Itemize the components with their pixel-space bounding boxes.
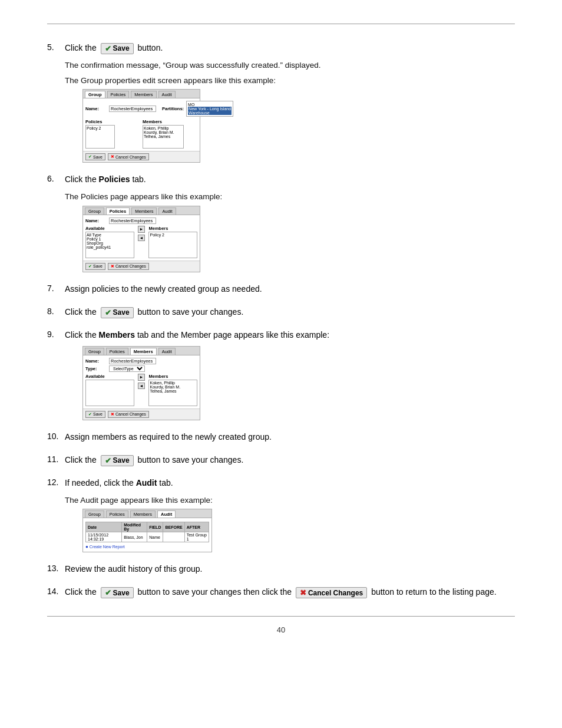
step-number-7: 7. [47, 283, 65, 293]
arrow-left-btn-m[interactable]: ◄ [138, 383, 146, 390]
mini-tab-group[interactable]: Group [85, 91, 105, 98]
mini-tab-members-p[interactable]: Members [131, 207, 157, 215]
members-col: Members Koken, Phillip Kourdy, Brian M. … [143, 119, 197, 149]
members-bold: Members [99, 330, 135, 340]
step-13-text: Review the audit history of this group. [65, 564, 202, 574]
mini-tab-audit[interactable]: Audit [158, 91, 176, 98]
audit-before [163, 532, 184, 542]
mini-tab-group-a[interactable]: Group [85, 510, 104, 518]
members-col-header-p: Members [148, 226, 197, 231]
member-3: Telhea, James [144, 134, 183, 139]
audit-after: Test Group 1 [184, 532, 209, 542]
partition-item-2: New York - Long Island Warehouse [188, 107, 232, 115]
mini-tab-policies-a[interactable]: Policies [106, 510, 128, 518]
mini-body-members: Name: RochesterEmployees Type: SelectTyp… [83, 355, 200, 409]
name-label-m: Name: [85, 358, 109, 364]
audit-bold: Audit [136, 478, 157, 487]
mini-tab-audit-m[interactable]: Audit [158, 348, 176, 355]
audit-row-1: 11/15/2012 14:32:19 Blass, Jon Name Test… [86, 532, 209, 542]
type-row: Type: SelectType [85, 365, 197, 372]
step-number-13: 13. [47, 563, 65, 573]
step-5-sub2: The Group properties edit screen appears… [65, 74, 515, 87]
cancel-button-step14[interactable]: ✖ Cancel Changes [296, 587, 367, 598]
step-6-sub1: The Policies page appears like this exam… [65, 190, 515, 203]
audit-table: Date Modified By FIELD BEFORE AFTER 11/1… [85, 522, 209, 542]
page-number: 40 [47, 625, 515, 634]
mini-save-btn-1[interactable]: ✔Save [85, 153, 105, 160]
step-9-text: Click the Members tab and the Member pag… [65, 330, 329, 340]
mini-tab-members-m[interactable]: Members [130, 348, 157, 355]
avail-item-1: All Type [87, 233, 133, 237]
step-number-11: 11. [47, 454, 65, 464]
check-icon-8: ✔ [105, 308, 111, 317]
mini-tab-members[interactable]: Members [131, 91, 156, 98]
policy-item: Policy 2 [87, 126, 114, 130]
members-col-m: Members Koken, Phillip Kourdy, Brian M. … [148, 374, 197, 406]
mini-cancel-btn-3[interactable]: ✖Cancel Changes [108, 411, 149, 418]
mini-cancel-btn-1[interactable]: ✖Cancel Changes [108, 153, 149, 160]
avail-item-2: Policy 1 [87, 237, 133, 241]
mini-body-group: Name: RochesterEmployees Partitions: MO … [83, 98, 200, 151]
mini-tab-policies[interactable]: Policies [107, 91, 130, 98]
arrow-right-btn[interactable]: ► [138, 226, 146, 233]
mini-tab-policies-p[interactable]: Policies [106, 207, 130, 215]
check-icon-11: ✔ [105, 456, 111, 465]
step-11-text: Click the ✔ Save button to save your cha… [65, 455, 243, 465]
avail-item-3: ShopOrg [87, 241, 133, 245]
members-list: Koken, Phillip Kourdy, Brian M. Telhea, … [143, 125, 184, 149]
member-m-3: Telhea, James [150, 389, 196, 393]
step-number-9: 9. [47, 329, 65, 339]
mini-tab-group-m[interactable]: Group [85, 348, 104, 355]
policies-col: Policies Policy 2 [85, 119, 140, 149]
mini-footer-3: ✔Save ✖Cancel Changes [83, 409, 200, 420]
step-number-8: 8. [47, 306, 65, 316]
check-icon: ✔ [105, 44, 111, 53]
mini-tabs-members: Group Policies Members Audit [83, 347, 200, 355]
step-8: 8. Click the ✔ Save button to save your … [47, 306, 515, 318]
mini-footer-1: ✔Save ✖Cancel Changes [83, 151, 200, 162]
save-button-step14[interactable]: ✔ Save [101, 587, 134, 598]
mini-tab-audit-p[interactable]: Audit [158, 207, 176, 215]
step-11: 11. Click the ✔ Save button to save your… [47, 454, 515, 466]
mini-tab-group-p[interactable]: Group [85, 207, 104, 215]
step-10-text: Assign members as required to the newly … [65, 432, 272, 442]
mini-body-audit: Date Modified By FIELD BEFORE AFTER 11/1… [83, 518, 211, 552]
mini-tab-audit-a[interactable]: Audit [157, 510, 176, 518]
audit-field: Name [147, 532, 163, 542]
save-button-step11[interactable]: ✔ Save [101, 455, 134, 466]
step-number-6: 6. [47, 173, 65, 183]
mini-tab-policies-m[interactable]: Policies [106, 348, 128, 355]
mini-save-btn-3[interactable]: ✔Save [85, 411, 105, 418]
available-list-m [85, 380, 134, 406]
save-button-step5[interactable]: ✔ Save [101, 43, 134, 54]
members-col-policies: Members Policy 2 [148, 226, 197, 258]
members-col-header: Members [143, 119, 197, 124]
name-value-m: RochesterEmployees [109, 358, 156, 364]
mini-cancel-btn-2[interactable]: ✖Cancel Changes [108, 263, 149, 270]
create-report-link[interactable]: ● Create New Report [85, 544, 209, 549]
policies-col-header: Policies [85, 119, 140, 124]
step-8-text: Click the ✔ Save button to save your cha… [65, 307, 243, 317]
arrow-left-btn[interactable]: ◄ [138, 235, 146, 242]
members-col-header-m: Members [148, 374, 197, 379]
partitions-label: Partitions: [162, 106, 184, 111]
mini-save-btn-2[interactable]: ✔Save [85, 263, 105, 270]
save-button-step8[interactable]: ✔ Save [101, 307, 134, 318]
name-label: Name: [85, 106, 109, 111]
arrow-right-btn-m[interactable]: ► [138, 374, 146, 381]
type-label: Type: [85, 366, 109, 371]
step-5: 5. Click the ✔ Save button. The confirma… [47, 42, 515, 163]
mini-tab-members-a[interactable]: Members [130, 510, 156, 518]
policies-bold: Policies [99, 174, 130, 184]
available-col-m: Available [85, 374, 134, 406]
create-report-label: Create New Report [90, 545, 125, 549]
step-6: 6. Click the Policies tab. The Policies … [47, 173, 515, 272]
name-value-p: RochesterEmployees [109, 218, 156, 224]
audit-col-before: BEFORE [163, 522, 184, 532]
mini-tabs-audit: Group Policies Members Audit [83, 509, 211, 518]
member-1: Koken, Phillip [144, 126, 183, 130]
mini-footer-2: ✔Save ✖Cancel Changes [83, 261, 200, 272]
type-select[interactable]: SelectType [109, 365, 145, 372]
available-col-header: Available [85, 226, 134, 231]
audit-col-date: Date [86, 522, 122, 532]
